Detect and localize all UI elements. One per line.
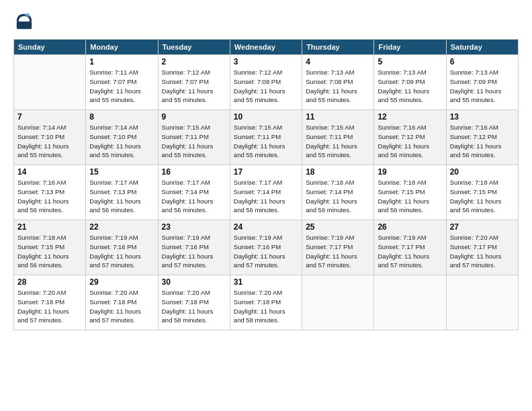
day-info: Sunrise: 7:19 AM Sunset: 7:16 PM Dayligh… <box>162 233 226 270</box>
day-info: Sunrise: 7:20 AM Sunset: 7:18 PM Dayligh… <box>234 288 298 325</box>
day-of-week-header: Sunday <box>14 40 86 55</box>
calendar-week-row: 21Sunrise: 7:18 AM Sunset: 7:15 PM Dayli… <box>14 220 519 275</box>
header <box>13 11 519 32</box>
day-info: Sunrise: 7:12 AM Sunset: 7:07 PM Dayligh… <box>162 68 226 105</box>
day-number: 26 <box>378 222 442 232</box>
calendar-cell: 15Sunrise: 7:17 AM Sunset: 7:13 PM Dayli… <box>86 165 158 220</box>
day-info: Sunrise: 7:19 AM Sunset: 7:17 PM Dayligh… <box>378 233 442 270</box>
day-info: Sunrise: 7:15 AM Sunset: 7:11 PM Dayligh… <box>234 123 298 160</box>
calendar-cell <box>374 275 446 330</box>
calendar-cell: 2Sunrise: 7:12 AM Sunset: 7:07 PM Daylig… <box>158 55 230 110</box>
calendar-cell: 18Sunrise: 7:18 AM Sunset: 7:14 PM Dayli… <box>302 165 374 220</box>
day-number: 29 <box>89 277 154 287</box>
day-info: Sunrise: 7:16 AM Sunset: 7:12 PM Dayligh… <box>378 123 442 160</box>
day-info: Sunrise: 7:20 AM Sunset: 7:17 PM Dayligh… <box>450 233 515 270</box>
day-number: 6 <box>450 57 515 66</box>
calendar-cell: 24Sunrise: 7:19 AM Sunset: 7:16 PM Dayli… <box>230 220 302 275</box>
day-info: Sunrise: 7:19 AM Sunset: 7:16 PM Dayligh… <box>89 233 154 270</box>
day-number: 21 <box>17 222 82 232</box>
calendar-cell: 21Sunrise: 7:18 AM Sunset: 7:15 PM Dayli… <box>14 220 86 275</box>
calendar-week-row: 7Sunrise: 7:14 AM Sunset: 7:10 PM Daylig… <box>14 110 519 165</box>
day-of-week-header: Saturday <box>446 40 518 55</box>
day-info: Sunrise: 7:15 AM Sunset: 7:11 PM Dayligh… <box>306 123 370 160</box>
day-info: Sunrise: 7:17 AM Sunset: 7:13 PM Dayligh… <box>89 178 154 215</box>
day-info: Sunrise: 7:11 AM Sunset: 7:07 PM Dayligh… <box>89 68 154 105</box>
svg-rect-0 <box>17 21 32 29</box>
calendar-cell: 29Sunrise: 7:20 AM Sunset: 7:18 PM Dayli… <box>86 275 158 330</box>
calendar-cell: 6Sunrise: 7:13 AM Sunset: 7:09 PM Daylig… <box>446 55 518 110</box>
day-number: 24 <box>234 222 298 232</box>
day-number: 10 <box>234 112 298 122</box>
day-number: 20 <box>450 167 515 177</box>
calendar-cell: 7Sunrise: 7:14 AM Sunset: 7:10 PM Daylig… <box>14 110 86 165</box>
calendar-cell: 5Sunrise: 7:13 AM Sunset: 7:09 PM Daylig… <box>374 55 446 110</box>
day-number: 8 <box>89 112 154 122</box>
day-of-week-header: Monday <box>86 40 158 55</box>
calendar-cell: 27Sunrise: 7:20 AM Sunset: 7:17 PM Dayli… <box>446 220 518 275</box>
day-info: Sunrise: 7:19 AM Sunset: 7:17 PM Dayligh… <box>306 233 370 270</box>
day-info: Sunrise: 7:20 AM Sunset: 7:18 PM Dayligh… <box>162 288 226 325</box>
calendar-cell: 22Sunrise: 7:19 AM Sunset: 7:16 PM Dayli… <box>86 220 158 275</box>
day-number: 22 <box>89 222 154 232</box>
day-number: 11 <box>306 112 370 122</box>
day-info: Sunrise: 7:12 AM Sunset: 7:08 PM Dayligh… <box>234 68 298 105</box>
calendar-week-row: 1Sunrise: 7:11 AM Sunset: 7:07 PM Daylig… <box>14 55 519 110</box>
day-info: Sunrise: 7:17 AM Sunset: 7:14 PM Dayligh… <box>162 178 226 215</box>
calendar-week-row: 14Sunrise: 7:16 AM Sunset: 7:13 PM Dayli… <box>14 165 519 220</box>
calendar-cell: 31Sunrise: 7:20 AM Sunset: 7:18 PM Dayli… <box>230 275 302 330</box>
day-number: 31 <box>234 277 298 287</box>
day-of-week-header: Friday <box>374 40 446 55</box>
day-info: Sunrise: 7:17 AM Sunset: 7:14 PM Dayligh… <box>234 178 298 215</box>
calendar-cell: 25Sunrise: 7:19 AM Sunset: 7:17 PM Dayli… <box>302 220 374 275</box>
calendar-header-row: SundayMondayTuesdayWednesdayThursdayFrid… <box>14 40 519 55</box>
calendar-cell: 1Sunrise: 7:11 AM Sunset: 7:07 PM Daylig… <box>86 55 158 110</box>
calendar-cell: 20Sunrise: 7:18 AM Sunset: 7:15 PM Dayli… <box>446 165 518 220</box>
day-info: Sunrise: 7:16 AM Sunset: 7:12 PM Dayligh… <box>450 123 515 160</box>
calendar-cell: 16Sunrise: 7:17 AM Sunset: 7:14 PM Dayli… <box>158 165 230 220</box>
calendar-cell: 10Sunrise: 7:15 AM Sunset: 7:11 PM Dayli… <box>230 110 302 165</box>
calendar-cell: 12Sunrise: 7:16 AM Sunset: 7:12 PM Dayli… <box>374 110 446 165</box>
calendar-cell: 23Sunrise: 7:19 AM Sunset: 7:16 PM Dayli… <box>158 220 230 275</box>
day-info: Sunrise: 7:14 AM Sunset: 7:10 PM Dayligh… <box>89 123 154 160</box>
day-info: Sunrise: 7:20 AM Sunset: 7:18 PM Dayligh… <box>17 288 82 325</box>
day-number: 9 <box>162 112 226 122</box>
day-of-week-header: Wednesday <box>230 40 302 55</box>
calendar-cell: 30Sunrise: 7:20 AM Sunset: 7:18 PM Dayli… <box>158 275 230 330</box>
day-number: 3 <box>234 57 298 66</box>
day-info: Sunrise: 7:18 AM Sunset: 7:15 PM Dayligh… <box>450 178 515 215</box>
calendar-week-row: 28Sunrise: 7:20 AM Sunset: 7:18 PM Dayli… <box>14 275 519 330</box>
day-number: 18 <box>306 167 370 177</box>
day-number: 5 <box>378 57 442 66</box>
day-number: 1 <box>89 57 154 66</box>
logo <box>13 11 38 32</box>
day-info: Sunrise: 7:15 AM Sunset: 7:11 PM Dayligh… <box>162 123 226 160</box>
day-number: 15 <box>89 167 154 177</box>
calendar-cell: 26Sunrise: 7:19 AM Sunset: 7:17 PM Dayli… <box>374 220 446 275</box>
day-info: Sunrise: 7:20 AM Sunset: 7:18 PM Dayligh… <box>89 288 154 325</box>
day-number: 17 <box>234 167 298 177</box>
page: SundayMondayTuesdayWednesdayThursdayFrid… <box>0 0 532 411</box>
day-info: Sunrise: 7:13 AM Sunset: 7:08 PM Dayligh… <box>306 68 370 105</box>
calendar-cell: 8Sunrise: 7:14 AM Sunset: 7:10 PM Daylig… <box>86 110 158 165</box>
calendar-cell <box>14 55 86 110</box>
calendar-cell <box>446 275 518 330</box>
day-number: 25 <box>306 222 370 232</box>
day-of-week-header: Thursday <box>302 40 374 55</box>
day-info: Sunrise: 7:18 AM Sunset: 7:14 PM Dayligh… <box>306 178 370 215</box>
calendar-cell: 14Sunrise: 7:16 AM Sunset: 7:13 PM Dayli… <box>14 165 86 220</box>
day-info: Sunrise: 7:18 AM Sunset: 7:15 PM Dayligh… <box>378 178 442 215</box>
day-number: 14 <box>17 167 82 177</box>
day-info: Sunrise: 7:18 AM Sunset: 7:15 PM Dayligh… <box>17 233 82 270</box>
day-number: 4 <box>306 57 370 66</box>
day-number: 12 <box>378 112 442 122</box>
day-number: 19 <box>378 167 442 177</box>
day-number: 30 <box>162 277 226 287</box>
day-of-week-header: Tuesday <box>158 40 230 55</box>
day-info: Sunrise: 7:19 AM Sunset: 7:16 PM Dayligh… <box>234 233 298 270</box>
calendar-table: SundayMondayTuesdayWednesdayThursdayFrid… <box>13 39 519 330</box>
day-number: 28 <box>17 277 82 287</box>
day-number: 7 <box>17 112 82 122</box>
day-info: Sunrise: 7:13 AM Sunset: 7:09 PM Dayligh… <box>450 68 515 105</box>
day-number: 16 <box>162 167 226 177</box>
calendar-cell <box>302 275 374 330</box>
